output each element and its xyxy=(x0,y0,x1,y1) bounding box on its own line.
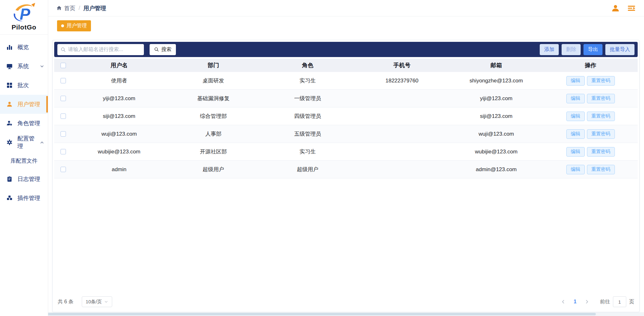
cell-username: admin xyxy=(72,166,166,173)
table-empty-space xyxy=(53,178,639,295)
breadcrumb-current: 用户管理 xyxy=(83,4,106,12)
table-row: wubijie@123.com 开源社区部 实习生 wubijie@123.co… xyxy=(54,143,638,161)
cell-username: yiji@123.com xyxy=(72,95,166,102)
edit-button[interactable]: 编辑 xyxy=(566,129,585,139)
bar-chart-icon xyxy=(6,44,13,51)
sidebar-item-batch[interactable]: 批次 xyxy=(0,76,48,95)
sidebar-item-role-mgmt[interactable]: 角色管理 xyxy=(0,114,48,133)
table-body: 使用者 桌面研发 实习生 18222379760 shiyongzhe@123.… xyxy=(54,72,638,178)
bulk-import-button[interactable]: 批量导入 xyxy=(605,44,634,55)
brand-name: PilotGo xyxy=(0,23,48,34)
reset-password-button[interactable]: 重置密码 xyxy=(587,147,615,157)
col-header-email: 邮箱 xyxy=(449,61,544,69)
active-view-tag[interactable]: 用户管理 xyxy=(57,20,91,31)
row-checkbox[interactable] xyxy=(61,167,66,172)
col-header-actions: 操作 xyxy=(544,61,638,69)
cell-email: wuji@123.com xyxy=(449,131,544,137)
select-all-checkbox[interactable] xyxy=(61,63,66,68)
sidebar-item-plugin-mgmt[interactable]: 插件管理 xyxy=(0,189,48,208)
breadcrumb: 首页 / 用户管理 xyxy=(56,4,106,12)
plugin-icon xyxy=(6,195,13,202)
table-row: admin 超级用户 超级用户 admin@123.com 编辑 重置密码 xyxy=(54,161,638,178)
row-checkbox[interactable] xyxy=(61,113,66,119)
goto-label: 前往 xyxy=(600,299,610,305)
reset-password-button[interactable]: 重置密码 xyxy=(587,94,615,103)
sidebar-item-log-mgmt[interactable]: 日志管理 xyxy=(0,170,48,189)
toolbar-buttons: 添加 删除 导出 批量导入 xyxy=(540,44,634,55)
user-avatar-icon[interactable] xyxy=(611,4,620,12)
cell-actions: 编辑 重置密码 xyxy=(544,147,638,157)
search-icon xyxy=(154,47,159,52)
breadcrumb-separator: / xyxy=(79,5,80,11)
log-icon xyxy=(6,176,13,183)
search-input[interactable] xyxy=(57,44,144,55)
cell-role: 五级管理员 xyxy=(261,130,355,138)
sidebar-item-config-mgmt[interactable]: 配置管理 xyxy=(0,133,48,152)
cell-department: 开源社区部 xyxy=(166,148,261,155)
col-header-phone: 手机号 xyxy=(355,61,449,69)
sidebar-item-overview[interactable]: 概览 xyxy=(0,38,48,57)
cell-department: 基础漏洞修复 xyxy=(166,95,261,102)
search-field-wrap xyxy=(57,44,144,55)
pagination-bar: 共 6 条 10条/页 1 前往 页 xyxy=(53,295,639,312)
table-row: siji@123.com 综合管理部 四级管理员 siji@123.com 编辑… xyxy=(54,107,638,125)
row-checkbox[interactable] xyxy=(61,96,66,101)
sidebar-item-system[interactable]: 系统 xyxy=(0,57,48,76)
sidebar-item-label: 库配置文件 xyxy=(10,157,37,164)
cell-role: 超级用户 xyxy=(261,166,355,173)
cell-department: 人事部 xyxy=(166,130,261,138)
row-checkbox[interactable] xyxy=(61,149,66,154)
goto-page-input[interactable] xyxy=(613,296,626,307)
sidebar-item-label: 批次 xyxy=(17,81,29,89)
edit-button[interactable]: 编辑 xyxy=(566,165,585,174)
export-button[interactable]: 导出 xyxy=(583,44,602,55)
sidebar-item-repo-config-file[interactable]: 库配置文件 xyxy=(0,152,48,170)
col-header-username: 用户名 xyxy=(72,61,166,69)
cell-actions: 编辑 重置密码 xyxy=(544,129,638,139)
search-button[interactable]: 搜索 xyxy=(150,44,176,55)
delete-button[interactable]: 删除 xyxy=(562,44,581,55)
search-button-label: 搜索 xyxy=(161,46,171,53)
cell-phone: 18222379760 xyxy=(355,78,449,84)
edit-button[interactable]: 编辑 xyxy=(566,76,585,86)
horizontal-scrollbar[interactable] xyxy=(0,312,644,316)
cell-username: wuji@123.com xyxy=(72,131,166,137)
breadcrumb-home[interactable]: 首页 xyxy=(56,4,75,12)
reset-password-button[interactable]: 重置密码 xyxy=(587,112,615,121)
users-table: 用户名 部门 角色 手机号 邮箱 操作 使用者 桌面研发 实习生 1822237… xyxy=(54,59,638,178)
cell-username: siji@123.com xyxy=(72,113,166,119)
page-number-1[interactable]: 1 xyxy=(574,299,576,305)
scrollbar-thumb[interactable] xyxy=(0,313,596,315)
row-checkbox[interactable] xyxy=(61,131,66,137)
sidebar-item-label: 用户管理 xyxy=(17,100,40,108)
sidebar-item-label: 插件管理 xyxy=(17,194,40,202)
edit-button[interactable]: 编辑 xyxy=(566,112,585,121)
row-checkbox[interactable] xyxy=(61,78,66,83)
cell-email: yiji@123.com xyxy=(449,95,544,102)
page-size-value: 10条/页 xyxy=(86,299,102,305)
cell-actions: 编辑 重置密码 xyxy=(544,112,638,121)
prev-page-button[interactable] xyxy=(561,300,565,304)
sidebar: P PilotGo 概览 系统 批次 用户管理 角色管理 配置管理 库配置文件 … xyxy=(0,0,48,316)
menu-expand-icon[interactable] xyxy=(627,4,636,12)
sidebar-nav: 概览 系统 批次 用户管理 角色管理 配置管理 库配置文件 日志管理 插件管理 xyxy=(0,38,48,208)
edit-button[interactable]: 编辑 xyxy=(566,147,585,157)
cell-email: shiyongzhe@123.com xyxy=(449,78,544,84)
cell-role: 实习生 xyxy=(261,148,355,155)
sidebar-item-label: 系统 xyxy=(17,62,29,70)
reset-password-button[interactable]: 重置密码 xyxy=(587,76,615,86)
edit-button[interactable]: 编辑 xyxy=(566,94,585,103)
table-row: 使用者 桌面研发 实习生 18222379760 shiyongzhe@123.… xyxy=(54,72,638,90)
add-button[interactable]: 添加 xyxy=(540,44,559,55)
reset-password-button[interactable]: 重置密码 xyxy=(587,165,615,174)
cell-role: 实习生 xyxy=(261,77,355,84)
pager-controls: 1 前往 页 xyxy=(561,296,634,307)
chevron-down-icon xyxy=(104,300,108,304)
cell-department: 超级用户 xyxy=(166,166,261,173)
cell-role: 四级管理员 xyxy=(261,113,355,120)
sidebar-item-user-mgmt[interactable]: 用户管理 xyxy=(0,95,48,114)
next-page-button[interactable] xyxy=(585,300,589,304)
reset-password-button[interactable]: 重置密码 xyxy=(587,129,615,139)
page-size-select[interactable]: 10条/页 xyxy=(82,296,112,307)
col-header-role: 角色 xyxy=(261,61,355,69)
